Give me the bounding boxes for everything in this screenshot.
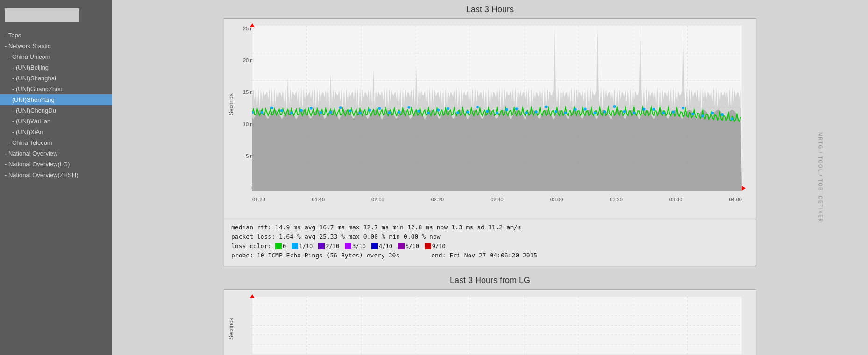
stat-row-probe: probe: 10 ICMP Echo Pings (56 Bytes) eve… bbox=[231, 252, 749, 259]
loss-color-box bbox=[292, 243, 298, 249]
loss-color-box bbox=[318, 243, 325, 249]
loss-pct: 1.64 % bbox=[279, 233, 301, 240]
x-tick: 02:00 bbox=[371, 197, 384, 202]
now-value: 1.3 ms bbox=[451, 224, 473, 231]
max-loss-label: max bbox=[349, 233, 359, 240]
sidebar-item-uni-chengdu[interactable]: - (UNI)ChengDu bbox=[0, 105, 112, 116]
sidebar-item-national-overview-zhsh[interactable]: - National Overview(ZHSH) bbox=[0, 170, 112, 180]
sd-label: sd bbox=[477, 224, 484, 231]
sidebar-item-china-telecom[interactable]: - China Telecom bbox=[0, 137, 112, 148]
avg-value: 16.7 ms bbox=[319, 224, 345, 231]
x-tick: 03:20 bbox=[610, 197, 623, 202]
loss-color-label-text: 3/10 bbox=[352, 243, 366, 249]
chart-area-2 bbox=[252, 297, 742, 354]
chart-section-1: Last 3 Hours Seconds 25 m20 m15 m10 m5 m… bbox=[121, 5, 859, 266]
sidebar-item-uni-shanghai[interactable]: - (UNI)Shanghai bbox=[0, 73, 112, 84]
loss-color-label-text: 2/10 bbox=[326, 243, 339, 249]
side-label: MRTG / TOOL / TOBI OETIKER bbox=[818, 132, 823, 223]
min-label: min bbox=[392, 224, 403, 231]
loss-label: packet loss: bbox=[231, 233, 275, 240]
probe-label: probe: bbox=[231, 252, 253, 259]
loss-color-label-text: 5/10 bbox=[406, 243, 419, 249]
sd-value: 11.2 bbox=[488, 224, 503, 231]
loss-color-item: 4/10 bbox=[371, 243, 392, 249]
loss-color-label-text: 4/10 bbox=[379, 243, 392, 249]
chart-container-1: Seconds 25 m20 m15 m10 m5 m0 01:2001:400… bbox=[224, 18, 756, 219]
probe-text: 10 ICMP Echo Pings (56 Bytes) every 30s bbox=[257, 252, 399, 259]
now-label: now bbox=[437, 224, 448, 231]
chart-stats-1: median rtt: 14.9 ms avg 16.7 ms max 12.7… bbox=[224, 219, 756, 266]
end-text: end: Fri Nov 27 04:06:20 2015 bbox=[431, 252, 537, 259]
chart-title-2: Last 3 Hours from LG bbox=[121, 276, 859, 285]
sidebar-item-uni-beijing[interactable]: - (UNI)Beijing bbox=[0, 62, 112, 73]
avg-label: avg bbox=[305, 224, 315, 231]
loss-color-item: 1/10 bbox=[292, 243, 313, 249]
chart-container-2: Seconds bbox=[224, 289, 756, 355]
avg-loss-value: 25.33 % bbox=[319, 233, 345, 240]
x-tick: 01:20 bbox=[252, 197, 265, 202]
loss-color-box bbox=[425, 243, 431, 249]
min-loss-value: 0.00 % bbox=[404, 233, 426, 240]
arrow-up-1 bbox=[250, 23, 255, 27]
sidebar-item-network-stastic[interactable]: - Network Stastic bbox=[0, 41, 112, 51]
arrow-up-2 bbox=[250, 294, 255, 298]
chart-section-2: Last 3 Hours from LG Seconds bbox=[121, 276, 859, 355]
x-tick: 03:40 bbox=[669, 197, 683, 202]
loss-color-items: 01/102/103/104/105/109/10 bbox=[275, 243, 449, 249]
y-axis-label-2: Seconds bbox=[228, 290, 235, 355]
chart-area-1 bbox=[252, 26, 742, 191]
min-value: 12.8 ms bbox=[407, 224, 433, 231]
x-tick: 02:40 bbox=[491, 197, 504, 202]
y-axis-label-1: Seconds bbox=[228, 19, 235, 191]
sidebar-item-china-unicom[interactable]: - China Unicom bbox=[0, 51, 112, 62]
median-value: 14.9 ms bbox=[275, 224, 301, 231]
stat-row-loss: packet loss: 1.64 % avg 25.33 % max 0.00… bbox=[231, 233, 749, 240]
logo bbox=[5, 8, 79, 22]
sidebar-item-uni-xian[interactable]: - (UNI)XiAn bbox=[0, 127, 112, 137]
median-label: median rtt: bbox=[231, 224, 271, 231]
loss-color-box bbox=[398, 243, 405, 249]
unit-value: am/s bbox=[506, 224, 521, 231]
min-loss-label: min bbox=[389, 233, 400, 240]
x-tick: 02:20 bbox=[431, 197, 444, 202]
loss-color-box bbox=[345, 243, 351, 249]
sidebar: - Tops- Network Stastic- China Unicom- (… bbox=[0, 0, 112, 355]
loss-color-label-text: 0 bbox=[283, 243, 286, 249]
avg-loss-label: avg bbox=[305, 233, 315, 240]
x-axis-1: 01:2001:4002:0002:2002:4003:0003:2003:40… bbox=[252, 197, 742, 202]
chart-canvas-2 bbox=[252, 297, 742, 354]
loss-color-label: loss color: bbox=[231, 242, 271, 249]
max-loss-value: 0.00 % bbox=[363, 233, 385, 240]
loss-color-item: 2/10 bbox=[318, 243, 339, 249]
sidebar-item-tops[interactable]: - Tops bbox=[0, 30, 112, 41]
x-tick: 04:00 bbox=[729, 197, 742, 202]
loss-color-item: 9/10 bbox=[425, 243, 446, 249]
sidebar-item-uni-guangzhou[interactable]: - (UNI)GuangZhou bbox=[0, 84, 112, 94]
x-tick: 03:00 bbox=[550, 197, 563, 202]
loss-color-box bbox=[275, 243, 282, 249]
now-loss-label: now bbox=[429, 233, 440, 240]
loss-color-item: 0 bbox=[275, 243, 286, 249]
loss-color-label-text: 9/10 bbox=[432, 243, 446, 249]
sidebar-item-national-overview[interactable]: - National Overview bbox=[0, 148, 112, 159]
main-content: Last 3 Hours Seconds 25 m20 m15 m10 m5 m… bbox=[112, 0, 868, 355]
loss-color-label-text: 1/10 bbox=[299, 243, 313, 249]
loss-color-item: 5/10 bbox=[398, 243, 419, 249]
stat-row-rtt: median rtt: 14.9 ms avg 16.7 ms max 12.7… bbox=[231, 224, 749, 231]
sidebar-item-uni-wuhan[interactable]: - (UNI)WuHan bbox=[0, 116, 112, 127]
chart-canvas-1 bbox=[252, 26, 742, 191]
max-label: max bbox=[349, 224, 359, 231]
max-value: 12.7 ms bbox=[363, 224, 389, 231]
loss-color-box bbox=[371, 243, 378, 249]
arrow-right-1 bbox=[742, 186, 746, 191]
x-tick: 01:40 bbox=[312, 197, 325, 202]
loss-color-item: 3/10 bbox=[345, 243, 366, 249]
stat-row-loss-color: loss color: 01/102/103/104/105/109/10 bbox=[231, 242, 749, 249]
sidebar-item-uni-shenyang[interactable]: (UNI)ShenYang bbox=[0, 94, 112, 105]
navigation: - Tops- Network Stastic- China Unicom- (… bbox=[0, 30, 112, 180]
sidebar-item-national-overview-lg[interactable]: - National Overview(LG) bbox=[0, 159, 112, 170]
chart-title-1: Last 3 Hours bbox=[121, 5, 859, 14]
